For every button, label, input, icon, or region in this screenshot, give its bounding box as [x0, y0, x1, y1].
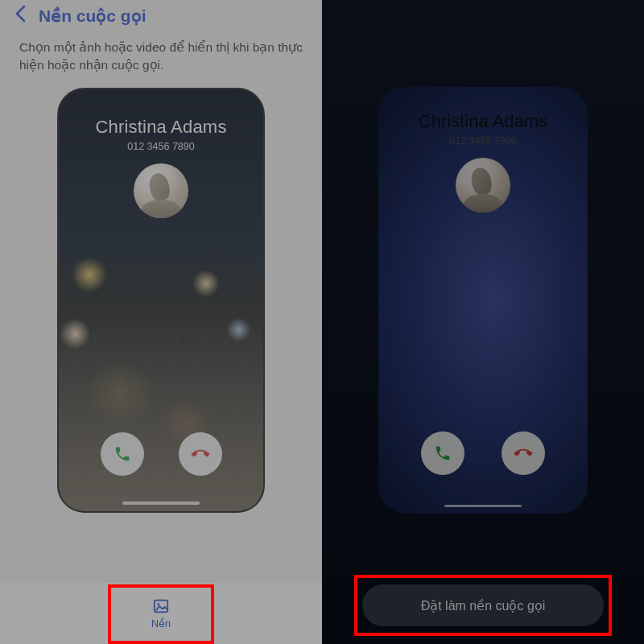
home-indicator — [122, 502, 200, 505]
settings-screen-right: Christina Adams 012 3456 7890 Đặt làm nề… — [322, 0, 644, 644]
caller-name: Christina Adams — [59, 117, 263, 138]
back-icon[interactable] — [14, 5, 27, 27]
apply-background-button[interactable]: Đặt làm nền cuộc gọi — [362, 584, 604, 626]
image-icon — [152, 597, 170, 615]
phone-decline-icon — [510, 440, 535, 465]
page-title: Nền cuộc gọi — [39, 6, 147, 26]
caller-avatar — [134, 163, 188, 218]
description-text: Chọn một ảnh hoặc video để hiển thị khi … — [0, 31, 322, 88]
accept-call-button[interactable] — [101, 432, 144, 476]
apply-button-label: Đặt làm nền cuộc gọi — [421, 598, 546, 613]
phone-accept-icon — [114, 445, 131, 463]
decline-call-button[interactable] — [502, 431, 545, 475]
caller-number: 012 3456 7890 — [59, 141, 263, 152]
call-buttons-row — [59, 432, 263, 476]
caller-avatar — [456, 158, 510, 213]
settings-screen-left: Nền cuộc gọi Chọn một ảnh hoặc video để … — [0, 0, 322, 644]
call-buttons-row — [378, 431, 588, 475]
header: Nền cuộc gọi — [0, 0, 322, 31]
bottom-tab-bar: Nền — [0, 583, 322, 644]
svg-point-1 — [157, 603, 159, 605]
phone-preview-right: Christina Adams 012 3456 7890 — [378, 87, 588, 514]
phone-preview-left: Christina Adams 012 3456 7890 — [57, 88, 265, 513]
caller-name: Christina Adams — [378, 111, 588, 132]
home-indicator — [444, 505, 522, 508]
background-tab-button[interactable]: Nền — [151, 597, 171, 630]
background-tab-label: Nền — [151, 617, 171, 630]
decline-call-button[interactable] — [179, 432, 222, 476]
caller-number: 012 3456 7890 — [378, 135, 588, 147]
phone-decline-icon — [188, 441, 213, 466]
phone-accept-icon — [434, 444, 452, 462]
accept-call-button[interactable] — [421, 431, 464, 475]
